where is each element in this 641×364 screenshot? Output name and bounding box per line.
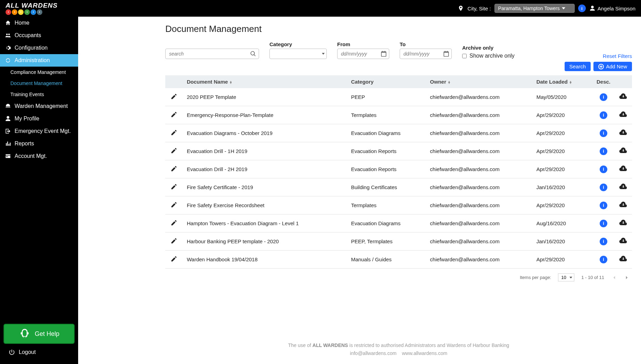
download-icon[interactable]: [619, 92, 627, 101]
calendar-icon[interactable]: [380, 50, 387, 57]
download-icon[interactable]: [619, 146, 627, 155]
archive-only-checkbox[interactable]: [462, 54, 467, 58]
desc-info-icon[interactable]: i: [600, 220, 607, 227]
cell-date: May/05/2020: [532, 88, 592, 106]
actions-row: Search Add New: [165, 62, 632, 71]
table-row: 2020 PEEP TemplatePEEPchiefwarden@allwar…: [165, 88, 632, 106]
sidebar-item-my-profile[interactable]: My Profile: [0, 112, 78, 125]
download-icon[interactable]: [619, 237, 627, 245]
desc-info-icon[interactable]: i: [600, 184, 607, 191]
calendar-icon[interactable]: [443, 50, 450, 57]
footer-brand: ALL WARDENS: [313, 342, 348, 348]
edit-icon[interactable]: [170, 147, 177, 154]
desc-info-icon[interactable]: i: [600, 256, 607, 263]
cell-category: Termplates: [347, 196, 426, 214]
col-category[interactable]: Category: [347, 75, 426, 88]
sidebar-item-label: Reports: [15, 141, 34, 147]
desc-info-icon[interactable]: i: [600, 166, 607, 173]
download-icon[interactable]: [619, 219, 627, 227]
site-selector[interactable]: Paramatta, Hampton Towers: [494, 4, 575, 13]
gear-icon: [5, 45, 11, 51]
edit-icon[interactable]: [170, 129, 177, 136]
edit-icon[interactable]: [170, 219, 177, 226]
sidebar: HomeOccupantsConfigurationAdministration…: [0, 0, 78, 364]
download-icon[interactable]: [619, 164, 627, 173]
footer-prefix: The use of: [288, 342, 313, 348]
brand-logo: ALL WARDENS: [6, 2, 58, 15]
items-per-page-select[interactable]: 10: [558, 273, 574, 281]
sidebar-item-label: Home: [15, 20, 30, 26]
sidebar-item-reports[interactable]: Reports: [0, 137, 78, 150]
download-icon[interactable]: [619, 110, 627, 119]
sidebar-subitem-document-management[interactable]: Document Management: [0, 78, 78, 89]
sidebar-item-configuration[interactable]: Configuration: [0, 42, 78, 54]
brand-dot: [24, 9, 30, 15]
footer-email[interactable]: info@allwardens.com: [350, 350, 397, 356]
sidebar-item-occupants[interactable]: Occupants: [0, 29, 78, 42]
cell-owner: chiefwarden@allwardens.com: [426, 106, 532, 124]
edit-icon[interactable]: [170, 165, 177, 172]
items-per-page-label: Items per page:: [520, 275, 551, 280]
col-date-loaded[interactable]: Date Loaded▲▼: [532, 75, 592, 88]
sort-icon: ▲▼: [569, 81, 572, 84]
cell-category: Manuals / Guides: [347, 251, 426, 269]
download-icon[interactable]: [619, 255, 627, 263]
cell-category: Termplates: [347, 106, 426, 124]
user-menu[interactable]: Angela Simpson: [589, 5, 635, 11]
plus-circle-icon: [598, 64, 604, 69]
cell-category: PEEP, Termplates: [347, 232, 426, 251]
download-icon[interactable]: [619, 201, 627, 209]
brand-dot: [31, 9, 36, 15]
sidebar-item-home[interactable]: Home: [0, 17, 78, 29]
search-button[interactable]: Search: [565, 62, 591, 71]
archive-checkbox-label: Show archive only: [469, 53, 515, 59]
sidebar-subitem-compliance-management[interactable]: Compliance Management: [0, 67, 78, 78]
cell-doc-name: Hampton Towers - Evacuation Diagram - Le…: [183, 214, 347, 232]
footer-website[interactable]: www.allwardens.com: [402, 350, 447, 356]
edit-icon[interactable]: [170, 255, 177, 262]
help-label: Get Help: [35, 330, 59, 338]
sidebar-item-label: Administration: [15, 57, 50, 64]
col-owner[interactable]: Owner▲▼: [426, 75, 532, 88]
card-icon: [5, 153, 11, 159]
cell-date: Apr/29/2020: [532, 251, 592, 269]
sidebar-item-administration[interactable]: Administration: [0, 54, 78, 67]
edit-icon[interactable]: [170, 183, 177, 190]
edit-icon[interactable]: [170, 111, 177, 118]
edit-icon[interactable]: [170, 201, 177, 208]
desc-info-icon[interactable]: i: [600, 111, 607, 119]
sidebar-subitem-training-events[interactable]: Training Events: [0, 89, 78, 100]
download-icon[interactable]: [619, 128, 627, 137]
pager-next-icon[interactable]: [624, 274, 630, 281]
desc-info-icon[interactable]: i: [600, 202, 607, 209]
add-new-button[interactable]: Add New: [593, 62, 632, 71]
table-row: Evacuation Diagrams - October 2019Evacua…: [165, 124, 632, 142]
desc-info-icon[interactable]: i: [600, 147, 607, 155]
sidebar-item-emergency-event-mgt-[interactable]: Emergency Event Mgt.: [0, 125, 78, 137]
sidebar-item-warden-management[interactable]: Warden Management: [0, 100, 78, 112]
edit-icon[interactable]: [170, 93, 177, 100]
category-select[interactable]: [269, 49, 327, 59]
get-help-button[interactable]: Get Help: [3, 324, 75, 344]
cell-doc-name: Fire Safety Exercise Recordsheet: [183, 196, 347, 214]
pager-prev-icon[interactable]: [611, 274, 617, 281]
cell-date: Aug/16/2020: [532, 214, 592, 232]
search-input[interactable]: [165, 49, 259, 59]
col-edit: [165, 75, 183, 88]
col-document-name[interactable]: Document Name▲▼: [183, 75, 347, 88]
site-info-icon[interactable]: i: [578, 5, 586, 12]
reset-filters-link[interactable]: Reset Filters: [603, 53, 632, 59]
brand-dot: [18, 9, 24, 15]
edit-icon[interactable]: [170, 237, 177, 244]
users-icon: [5, 32, 11, 39]
desc-info-icon[interactable]: i: [600, 93, 607, 101]
exit-icon: [5, 128, 11, 134]
desc-info-icon[interactable]: i: [600, 129, 607, 137]
search-icon[interactable]: [250, 51, 256, 57]
desc-info-icon[interactable]: i: [600, 238, 607, 245]
helmet-icon: [5, 103, 11, 109]
download-icon[interactable]: [619, 183, 627, 191]
brand-dot: [6, 9, 11, 15]
logout-button[interactable]: Logout: [3, 344, 75, 361]
sidebar-item-account-mgt-[interactable]: Account Mgt.: [0, 150, 78, 162]
